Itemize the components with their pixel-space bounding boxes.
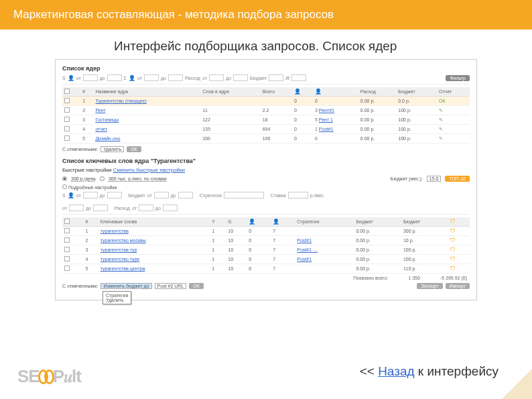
corner-fold — [502, 369, 532, 399]
row-checkbox[interactable] — [64, 247, 70, 252]
keyword-link[interactable]: турагентство туре — [101, 257, 139, 262]
seopult-logo: SEP𝑢lt — [17, 366, 81, 387]
keyword-link[interactable]: турагентства центра — [101, 266, 145, 271]
row-checkbox[interactable] — [64, 237, 70, 243]
keywords-title: Список ключевых слов ядра "Турагентства" — [62, 158, 470, 164]
core-name-link[interactable]: Турагентство (текущее) — [95, 99, 146, 103]
row-checkbox[interactable] — [64, 117, 70, 122]
keywords-table: # Ключевые слова Y G 👤 👤 Стратегия Бюдже… — [62, 217, 470, 274]
quick-settings: Быстрые настройки Сменить быстрые настро… — [62, 167, 470, 173]
person-icon: 👤 — [129, 75, 135, 81]
keywords-actions: С отмеченными: Изменить бюджет до Post #… — [62, 283, 470, 289]
shield-icon[interactable]: 🛡 — [450, 247, 456, 253]
slide-subheader: Интерфейс подборщика запросов. Список яд… — [0, 30, 532, 59]
filter-input[interactable] — [233, 74, 248, 81]
cores-title: Список ядер — [62, 65, 470, 72]
cores-action-dropdown[interactable]: Удалить — [101, 146, 124, 152]
select-all-checkbox[interactable] — [64, 89, 70, 94]
core-name-link[interactable]: Дизайн оно — [95, 136, 120, 141]
filter-input[interactable] — [209, 74, 224, 81]
top-button[interactable]: ТОП-10 — [445, 176, 470, 182]
core-name-link[interactable]: Рент — [95, 108, 105, 113]
totals-row: Показано всего: 1 350 -5 399.92 (0) — [62, 276, 470, 280]
filter-input[interactable] — [288, 192, 308, 198]
budget-input[interactable]: 15.0 — [427, 176, 442, 182]
row-checkbox[interactable] — [64, 228, 70, 233]
shield-icon[interactable]: 🛡 — [450, 237, 456, 243]
filter-input[interactable] — [107, 74, 122, 81]
keywords-url-dropdown[interactable]: Post #2 URL — [155, 283, 187, 289]
table-row: 5 турагентства центра 11007 0.00 р.110 р… — [62, 264, 470, 274]
cores-table: # Название ядра Слов в ядре Всего 👤 👤 Ра… — [62, 87, 470, 144]
filter-input[interactable] — [163, 205, 178, 211]
table-row: 4 турагентство туре 11007 Post#1 0.00 р.… — [62, 255, 470, 264]
filter-input[interactable] — [168, 74, 183, 81]
cores-ok-button[interactable]: ОК — [127, 146, 141, 152]
person-icon: 👤 — [273, 219, 279, 225]
filter-input[interactable] — [291, 74, 306, 81]
table-row: 4 отчет 13569401 Post#1 0.00 р.100 р.✎ — [62, 125, 470, 134]
table-row: 1 турагентства 11007 0.00 р.300 р. 🛡 — [62, 227, 470, 236]
cores-actions: С отмеченными: Удалить ОК — [62, 146, 470, 152]
shield-icon[interactable]: 🛡 — [450, 228, 456, 234]
filter-input[interactable] — [69, 205, 84, 211]
filter-input[interactable] — [144, 74, 159, 81]
core-name-link[interactable]: отчет — [95, 127, 107, 131]
export-button[interactable]: Экспорт — [417, 283, 442, 289]
person-icon: 👤 — [68, 75, 74, 81]
keywords-action-dropdown[interactable]: Изменить бюджет до — [101, 283, 151, 289]
radio-detailed[interactable] — [62, 184, 67, 189]
slide-header: Маркетинговая составляющая - методика по… — [0, 0, 532, 30]
filter-input[interactable] — [93, 205, 108, 211]
shield-icon: 🛡 — [450, 219, 456, 225]
row-checkbox[interactable] — [64, 126, 70, 131]
keywords-ok-button[interactable]: ОК — [189, 283, 204, 289]
select-all-checkbox[interactable] — [64, 219, 70, 224]
table-row: 3 турагентства тур 11007 Post#1 … 0.00 р… — [62, 245, 470, 255]
filter-input[interactable] — [269, 74, 283, 81]
keyword-link[interactable]: турагентства — [101, 229, 129, 233]
dropdown-popup[interactable]: Стратегия Удалить — [103, 291, 131, 304]
row-checkbox[interactable] — [64, 107, 70, 113]
row-checkbox[interactable] — [64, 135, 70, 141]
shield-icon[interactable]: 🛡 — [450, 266, 456, 272]
radio-option[interactable] — [100, 176, 105, 181]
table-row: 2 турагентство москвы 11007 Post#1 0.00 … — [62, 236, 470, 245]
filter-input[interactable] — [139, 205, 153, 211]
filter-input[interactable] — [107, 192, 122, 198]
keyword-link[interactable]: турагентства тур — [101, 247, 137, 252]
person-icon: 👤 — [315, 89, 322, 95]
core-name-link[interactable]: Гостиницы — [95, 117, 119, 122]
cores-filter-row: S👤 от до Σ👤 от до Расход от до Бюджет //… — [62, 74, 470, 84]
filter-button[interactable]: Фильтр — [446, 75, 470, 81]
filter-input[interactable] — [178, 192, 193, 198]
row-checkbox[interactable] — [64, 98, 70, 103]
person-icon: 👤 — [249, 219, 255, 225]
filter-input[interactable] — [83, 192, 98, 198]
table-row: 5 Дизайн оно 10619006 0.00 р.100 р.✎ — [62, 134, 470, 144]
row-checkbox[interactable] — [64, 266, 70, 271]
table-row: 3 Гостиницы 1221805 Рент 1 0.00 р.100 р.… — [62, 115, 470, 125]
header-text: Маркетинговая составляющая - методика по… — [13, 8, 334, 21]
quick-link[interactable]: Сменить быстрые настройки — [113, 167, 185, 173]
strategy-select[interactable] — [224, 192, 264, 198]
table-row: 1 Турагентство (текущее) 00 0.00 р.0.0 р… — [62, 97, 470, 106]
filter-input[interactable] — [154, 192, 169, 198]
keywords-filter: S👤 от до Бюджет от до Стратегия Ставкар.… — [62, 192, 470, 215]
row-checkbox[interactable] — [64, 256, 70, 262]
back-link[interactable]: << Назад к интерфейсу — [360, 364, 498, 379]
shield-icon[interactable]: 🛡 — [450, 256, 456, 262]
person-icon: 👤 — [294, 89, 301, 95]
app-screenshot: Список ядер S👤 от до Σ👤 от до Расход от … — [55, 59, 477, 300]
person-icon: 👤 — [68, 192, 74, 198]
filter-input[interactable] — [83, 74, 98, 81]
table-row: 2 Рент 112.203 Рент#1 0.00 р.100 р.✎ — [62, 106, 470, 115]
import-button[interactable]: Импорт — [446, 283, 470, 289]
radio-option[interactable] — [62, 176, 67, 181]
keyword-link[interactable]: турагентство москвы — [101, 238, 146, 243]
subheader-text: Интерфейс подборщика запросов. Список яд… — [114, 39, 397, 53]
